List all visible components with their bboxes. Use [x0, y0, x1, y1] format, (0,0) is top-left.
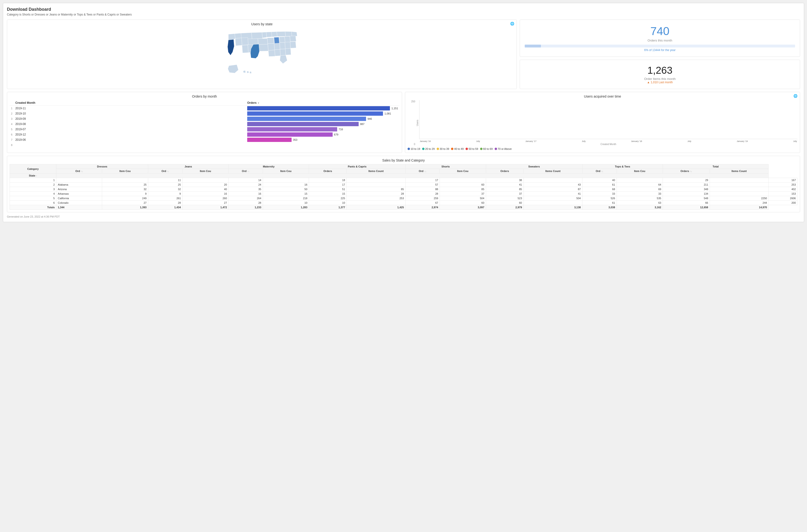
tt-ic: 29	[663, 178, 710, 183]
sales-table-scroll[interactable]: Category Dresses Jeans Maternity Pants &…	[10, 164, 797, 210]
dr-ord	[102, 178, 148, 183]
orders-bar-table: Created Month Orders ▼ 1 2019-11 1,151 2…	[10, 100, 399, 148]
row-month: 2019-07	[14, 127, 246, 132]
row-month: 2019-12	[14, 132, 246, 137]
sh-ord-h[interactable]: Ord ↑↓	[406, 169, 440, 173]
users-chart-panel: Users acquired over time 🌐 250 0 Users J…	[405, 92, 800, 153]
tot-pc-ic: 1,425	[347, 205, 406, 210]
bar-fill	[247, 111, 383, 116]
pc-ic: 28	[406, 192, 440, 196]
users-chart-globe-icon[interactable]: 🌐	[793, 94, 797, 98]
sw-ic-h: Items Count	[524, 169, 582, 173]
state-cell: Arkansas	[56, 192, 102, 196]
je-ord: 260	[182, 196, 228, 201]
dr-ord: 27	[102, 201, 148, 205]
tot-ord	[710, 183, 768, 187]
sales-table: Category Dresses Jeans Maternity Pants &…	[10, 164, 797, 210]
y-axis: 250 0	[408, 100, 416, 146]
dr-ic: 261	[148, 196, 183, 201]
sh-ic: 523	[486, 196, 524, 201]
row-bar-cell: 716	[246, 127, 399, 132]
sh-ic-h: Item Cou	[440, 169, 486, 173]
je-ic: 28	[229, 201, 263, 205]
je-ic-h: Item Cou	[182, 169, 228, 173]
state-subh[interactable]: State ↑	[10, 173, 56, 178]
bar-fill	[247, 106, 390, 111]
globe-icon[interactable]: 🌐	[510, 22, 514, 25]
legend-item: 50 to 59	[466, 148, 478, 150]
users-chart-title: Users acquired over time	[408, 94, 797, 98]
bar-row: 1 2019-11 1,151	[10, 106, 399, 111]
rank-cell: 3	[10, 187, 56, 192]
tt-ic: 348	[663, 187, 710, 192]
bar-fill	[247, 117, 366, 121]
order-items-value: 1,263	[525, 65, 795, 76]
sweaters-header: Sweaters	[486, 164, 582, 169]
row-bar-cell: 353	[246, 137, 399, 142]
ma-ord-h[interactable]: Ord ↑↓	[229, 169, 263, 173]
orders-month-panel: 740 Orders this month 6% of 13444 for th…	[520, 20, 800, 57]
bar-val: 1,081	[384, 112, 391, 115]
tot-je-ic: 1,472	[182, 205, 228, 210]
dr-ord: 249	[102, 196, 148, 201]
tot-ic: 2606	[769, 196, 797, 201]
je-ic: 264	[229, 196, 263, 201]
tot-ord-h[interactable]: Orders ↑↓	[663, 169, 710, 173]
rank-cell: 1	[10, 178, 56, 183]
je-ord-h[interactable]: Ord ↑↓	[148, 169, 183, 173]
je-ord: 27	[182, 201, 228, 205]
x-label: January '17	[525, 140, 537, 142]
y-axis-label: Users	[416, 120, 419, 126]
tot-ic: 402	[769, 187, 797, 192]
table-row: 5 California 249 261 260 264 218 225 253…	[10, 196, 797, 201]
row-rank: 5	[10, 127, 14, 132]
sh-ic: 38	[486, 178, 524, 183]
bar-fill	[247, 132, 333, 137]
tot-ic-h: Items Count	[710, 169, 768, 173]
dr-ic: 32	[148, 187, 183, 192]
sw-ic: 68	[582, 187, 617, 192]
je-ord: 20	[182, 183, 228, 187]
sw-ord	[524, 201, 582, 205]
ma-ic: 18	[309, 178, 347, 183]
pc-ic: 88	[406, 187, 440, 192]
maternity-header: Maternity	[229, 164, 309, 169]
row-rank: 8	[10, 142, 14, 148]
pc-ord: 28	[347, 192, 406, 196]
legend-row: 10 to 1920 to 2930 to 3940 to 4950 to 59…	[408, 148, 797, 150]
pc-ic: 67	[406, 201, 440, 205]
sh-ord: 504	[440, 196, 486, 201]
orders-chart-panel: Orders by month Created Month Orders ▼ 1…	[7, 92, 402, 153]
row-rank: 1	[10, 106, 14, 111]
tot-dr-ord: 1,344	[56, 205, 102, 210]
tt-ord-h[interactable]: Ord ↑↓	[582, 169, 617, 173]
bar-row-inner: 946	[247, 117, 398, 121]
sales-table-body: 1 11 14 18 17 38 40 29 167 2 Alabama 25 …	[10, 178, 797, 205]
rank-cell: 2	[10, 183, 56, 187]
legend-label: 10 to 19	[411, 148, 420, 150]
ma-ord: 218	[263, 196, 309, 201]
sh-ord	[440, 178, 486, 183]
sw-ic: 33	[582, 192, 617, 196]
row-month: 2019-08	[14, 121, 246, 127]
tot-ord	[710, 178, 768, 183]
legend-dot	[495, 148, 497, 150]
orders-header: Orders ▼	[246, 100, 399, 106]
order-items-sub: ▲ 1,010 Last month	[525, 81, 795, 84]
x-label: July	[582, 140, 585, 142]
row-bar-cell: 946	[246, 116, 399, 121]
bar-row-inner: 1,151	[247, 106, 398, 111]
state-cell: Alabama	[56, 183, 102, 187]
legend-item: 60 to 69	[480, 148, 493, 150]
row-rank: 7	[10, 137, 14, 142]
row-bar-cell: 679	[246, 132, 399, 137]
dr-ord: 25	[102, 183, 148, 187]
ma-ic: 225	[309, 196, 347, 201]
legend-dot	[422, 148, 425, 150]
dr-ord-h[interactable]: Ord ↑↓	[56, 169, 102, 173]
legend-label: 30 to 39	[440, 148, 449, 150]
ma-ic: 51	[309, 187, 347, 192]
dashboard-title: Download Dashboard	[7, 7, 800, 12]
tot-ic: 253	[769, 183, 797, 187]
orders-month-value: 740	[525, 24, 795, 38]
